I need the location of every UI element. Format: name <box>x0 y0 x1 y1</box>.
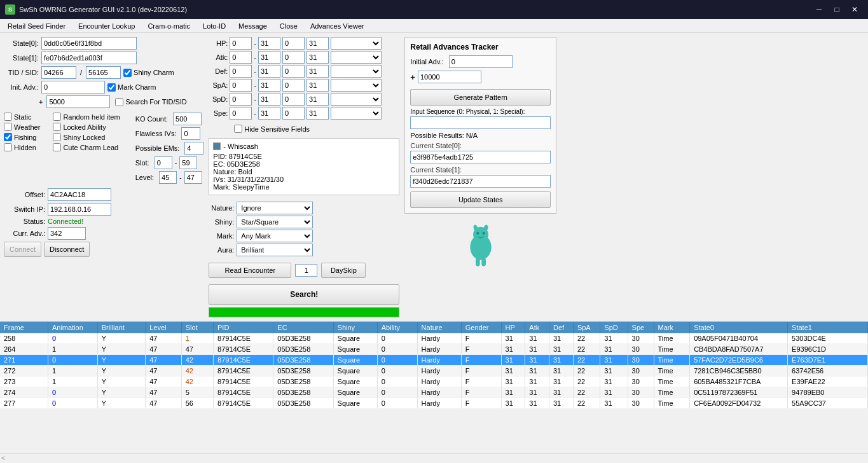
disconnect-button[interactable]: Disconnect <box>44 242 90 257</box>
shiny-filter-select[interactable]: Star/Square <box>237 216 313 228</box>
weather-checkbox-label[interactable]: Weather <box>4 123 40 131</box>
tid-input[interactable] <box>41 66 76 79</box>
hide-sensitive-label[interactable]: Hide Sensitive Fields <box>234 125 310 133</box>
menu-retail-seed-finder[interactable]: Retail Seed Finder <box>3 21 71 31</box>
retail-plus-input[interactable] <box>418 71 481 83</box>
weather-checkbox[interactable] <box>4 123 12 131</box>
flawless-ivs-input[interactable] <box>181 127 200 140</box>
atk-min-input[interactable] <box>230 51 252 64</box>
current-state0-input[interactable] <box>410 151 551 163</box>
def-min2-input[interactable] <box>282 65 305 78</box>
results-table-container[interactable]: Frame Animation Brilliant Level Slot PID… <box>0 321 868 453</box>
spa-select[interactable] <box>331 79 382 92</box>
window-controls[interactable]: ─ □ ✕ <box>811 3 863 17</box>
atk-max2-input[interactable] <box>307 51 329 64</box>
def-min-input[interactable] <box>230 65 252 78</box>
connect-button[interactable]: Connect <box>4 242 41 257</box>
fishing-checkbox-label[interactable]: Fishing <box>4 133 40 141</box>
init-adv-input[interactable] <box>41 81 105 93</box>
hide-sensitive-checkbox[interactable] <box>234 125 242 133</box>
hidden-checkbox-label[interactable]: Hidden <box>4 143 40 151</box>
slot-max-input[interactable] <box>179 156 197 169</box>
search-tid-sid-label[interactable]: Search For TID/SID <box>115 98 186 106</box>
close-button[interactable]: ✕ <box>846 3 863 17</box>
initial-adv-input[interactable] <box>449 55 513 68</box>
slot-min-input[interactable] <box>155 156 172 169</box>
curr-adv-input[interactable] <box>48 227 86 240</box>
hp-max-input[interactable] <box>258 37 280 50</box>
shiny-charm-checkbox[interactable] <box>123 69 132 77</box>
hp-min-input[interactable] <box>230 37 252 50</box>
state0-input[interactable] <box>41 37 137 50</box>
menu-close[interactable]: Close <box>275 21 303 31</box>
menu-cram-o-matic[interactable]: Cram-o-matic <box>142 21 195 31</box>
mark-charm-label[interactable]: Mark Charm <box>107 83 156 92</box>
update-states-button[interactable]: Update States <box>410 191 551 208</box>
search-button[interactable]: Search! <box>209 284 399 305</box>
offset-input[interactable] <box>48 188 111 201</box>
current-state1-input[interactable] <box>410 175 551 188</box>
level-min-input[interactable] <box>159 171 177 184</box>
table-row[interactable]: 2641Y474787914C5E05D3E258Square0HardyF31… <box>0 344 868 355</box>
menu-advances-viewer[interactable]: Advances Viewer <box>305 21 369 31</box>
shiny-locked-checkbox[interactable] <box>53 133 61 141</box>
spe-max2-input[interactable] <box>307 107 329 120</box>
atk-min2-input[interactable] <box>282 51 305 64</box>
dayskip-button[interactable]: DaySkip <box>321 263 366 278</box>
dayskip-num-input[interactable] <box>295 264 317 277</box>
menu-loto-id[interactable]: Loto-ID <box>198 21 231 31</box>
switch-ip-input[interactable] <box>48 203 111 216</box>
cute-charm-label[interactable]: Cute Charm Lead <box>53 143 120 151</box>
spa-max2-input[interactable] <box>307 79 329 92</box>
generate-pattern-button[interactable]: Generate Pattern <box>410 89 551 106</box>
spe-min2-input[interactable] <box>282 107 305 120</box>
static-checkbox[interactable] <box>4 113 12 121</box>
random-held-item-label[interactable]: Random held item <box>53 113 120 121</box>
atk-select[interactable] <box>331 51 382 64</box>
spd-max-input[interactable] <box>258 93 280 106</box>
table-row[interactable]: 2580Y47187914C5E05D3E258Square0HardyF313… <box>0 333 868 344</box>
hp-select[interactable] <box>331 37 382 50</box>
hidden-checkbox[interactable] <box>4 143 12 151</box>
possible-ems-input[interactable] <box>184 142 203 155</box>
state1-input[interactable] <box>41 52 137 64</box>
spe-min-input[interactable] <box>230 107 252 120</box>
hp-min2-input[interactable] <box>282 37 305 50</box>
table-row[interactable]: 2731Y474287914C5E05D3E258Square0HardyF31… <box>0 377 868 387</box>
mark-charm-checkbox[interactable] <box>107 83 116 92</box>
spd-min2-input[interactable] <box>282 93 305 106</box>
mark-filter-select[interactable]: Any Mark <box>237 230 313 242</box>
shiny-charm-label[interactable]: Shiny Charm <box>123 69 174 77</box>
table-row[interactable]: 2721Y474287914C5E05D3E258Square0HardyF31… <box>0 366 868 377</box>
def-select[interactable] <box>331 65 382 78</box>
table-row[interactable]: 2710Y474287914C5E05D3E258Square0HardyF31… <box>0 355 868 366</box>
aura-filter-select[interactable]: Brilliant <box>237 244 313 256</box>
table-row[interactable]: 2770Y475687914C5E05D3E258Square0HardyF31… <box>0 398 868 409</box>
read-encounter-button[interactable]: Read Encounter <box>209 263 291 278</box>
def-max-input[interactable] <box>258 65 280 78</box>
menu-encounter-lookup[interactable]: Encounter Lookup <box>73 21 140 31</box>
sid-input[interactable] <box>86 66 121 79</box>
level-max-input[interactable] <box>184 171 202 184</box>
atk-max-input[interactable] <box>258 51 280 64</box>
init-adv-plus-input[interactable] <box>46 95 110 108</box>
hp-max2-input[interactable] <box>307 37 329 50</box>
cute-charm-checkbox[interactable] <box>53 143 61 151</box>
spa-min2-input[interactable] <box>282 79 305 92</box>
spa-min-input[interactable] <box>230 79 252 92</box>
spd-min-input[interactable] <box>230 93 252 106</box>
menu-message[interactable]: Message <box>233 21 272 31</box>
input-sequence-input[interactable] <box>410 116 551 129</box>
table-row[interactable]: 2740Y47587914C5E05D3E258Square0HardyF313… <box>0 387 868 398</box>
search-tid-sid-checkbox[interactable] <box>115 98 123 106</box>
fishing-checkbox[interactable] <box>4 133 12 141</box>
random-held-item-checkbox[interactable] <box>53 113 61 121</box>
maximize-button[interactable]: □ <box>829 3 845 17</box>
spe-max-input[interactable] <box>258 107 280 120</box>
horizontal-scrollbar[interactable]: < <box>0 453 868 463</box>
minimize-button[interactable]: ─ <box>811 3 827 17</box>
ko-count-input[interactable] <box>173 113 202 125</box>
locked-ability-label[interactable]: Locked Ability <box>53 123 120 131</box>
nature-filter-select[interactable]: Ignore <box>237 202 313 214</box>
locked-ability-checkbox[interactable] <box>53 123 61 131</box>
